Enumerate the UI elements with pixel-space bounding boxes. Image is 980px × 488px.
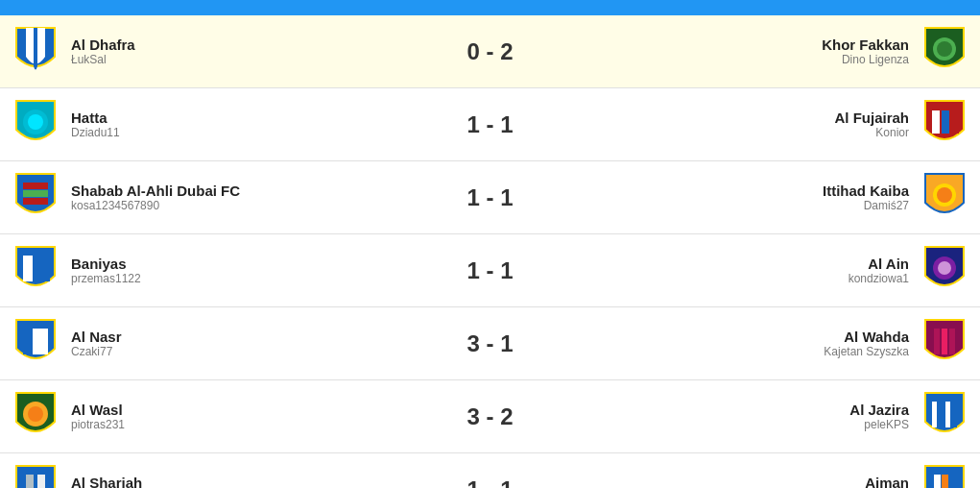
home-badge-4 <box>12 315 60 372</box>
away-team-user-0: Dino Ligenza <box>822 53 909 66</box>
svg-rect-6 <box>951 110 959 134</box>
match-row: Baniyas przemas1122 1 - 1 Al Ain kondzio… <box>0 234 980 307</box>
match-row: Al Sharjah daroo933 1 - 1 Ajman KiZiiii <box>0 453 980 488</box>
svg-point-15 <box>938 261 951 275</box>
away-team-info-6: Ajman KiZiiii <box>865 475 909 488</box>
home-team-user-0: ŁukSal <box>71 53 135 66</box>
home-team-name-5: Al Wasl <box>71 402 125 418</box>
home-badge-0 <box>12 23 60 80</box>
home-team-user-2: kosa1234567890 <box>71 199 240 212</box>
away-team-info-4: Al Wahda Kajetan Szyszka <box>824 329 909 358</box>
home-side-2: Shabab Al-Ahli Dubai FC kosa1234567890 <box>12 169 376 226</box>
page-container: Al Dhafra ŁukSal 0 - 2 Khor Fakkan Dino … <box>0 0 980 488</box>
away-side-5: Al Jazira peleKPS <box>604 388 968 445</box>
away-team-info-2: Ittihad Kaiba Damiś27 <box>823 183 909 212</box>
svg-point-11 <box>937 187 952 203</box>
svg-rect-26 <box>952 402 957 427</box>
svg-rect-19 <box>942 329 947 354</box>
svg-rect-30 <box>942 475 948 488</box>
away-badge-0 <box>920 23 968 80</box>
home-team-info-1: Hatta Dziadu11 <box>71 110 120 139</box>
svg-rect-18 <box>934 329 940 354</box>
home-badge-5 <box>12 388 60 445</box>
home-team-info-3: Baniyas przemas1122 <box>71 256 141 285</box>
match-score-0: 0 - 2 <box>376 38 604 65</box>
home-team-user-4: Czaki77 <box>71 345 122 358</box>
away-team-name-2: Ittihad Kaiba <box>823 183 909 199</box>
away-team-user-4: Kajetan Szyszka <box>824 345 909 358</box>
home-badge-3 <box>12 242 60 299</box>
home-side-0: Al Dhafra ŁukSal <box>12 23 376 80</box>
away-team-name-0: Khor Fakkan <box>822 37 909 53</box>
home-badge-1 <box>12 96 60 153</box>
match-row: Shabab Al-Ahli Dubai FC kosa1234567890 1… <box>0 161 980 234</box>
svg-rect-5 <box>942 110 949 134</box>
home-team-info-4: Al Nasr Czaki77 <box>71 329 122 358</box>
home-side-5: Al Wasl piotras231 <box>12 388 376 445</box>
svg-rect-13 <box>40 256 50 281</box>
home-team-user-5: piotras231 <box>71 418 125 431</box>
home-side-4: Al Nasr Czaki77 <box>12 315 376 372</box>
home-team-info-5: Al Wasl piotras231 <box>71 402 125 431</box>
svg-rect-25 <box>945 402 950 427</box>
home-team-name-3: Baniyas <box>71 256 141 272</box>
svg-rect-7 <box>23 183 48 189</box>
svg-rect-23 <box>932 402 937 427</box>
match-row: Al Nasr Czaki77 3 - 1 Al Wahda Kajetan S… <box>0 307 980 380</box>
svg-rect-27 <box>26 475 34 488</box>
svg-rect-4 <box>932 110 940 134</box>
away-team-info-1: Al Fujairah Konior <box>834 110 909 139</box>
svg-rect-24 <box>939 402 944 427</box>
away-team-name-4: Al Wahda <box>824 329 909 345</box>
away-team-info-5: Al Jazira peleKPS <box>849 402 909 431</box>
home-team-info-2: Shabab Al-Ahli Dubai FC kosa1234567890 <box>71 183 240 212</box>
home-team-name-6: Al Sharjah <box>71 475 142 488</box>
svg-rect-31 <box>949 475 956 488</box>
match-row: Al Dhafra ŁukSal 0 - 2 Khor Fakkan Dino … <box>0 15 980 88</box>
svg-rect-9 <box>23 198 48 205</box>
svg-point-3 <box>28 114 43 130</box>
home-badge-2 <box>12 169 60 226</box>
svg-point-22 <box>28 406 43 422</box>
away-team-name-3: Al Ain <box>849 256 909 272</box>
home-badge-6 <box>12 461 60 488</box>
svg-rect-29 <box>934 475 941 488</box>
home-team-user-1: Dziadu11 <box>71 126 120 139</box>
match-row: Hatta Dziadu11 1 - 1 Al Fujairah Konior <box>0 88 980 161</box>
away-team-name-5: Al Jazira <box>849 402 909 418</box>
away-badge-2 <box>920 169 968 226</box>
away-team-name-1: Al Fujairah <box>834 110 909 126</box>
home-team-info-0: Al Dhafra ŁukSal <box>71 37 135 66</box>
match-score-6: 1 - 1 <box>376 476 604 489</box>
away-team-user-1: Konior <box>834 126 909 139</box>
away-team-name-6: Ajman <box>865 475 909 488</box>
away-team-info-0: Khor Fakkan Dino Ligenza <box>822 37 909 66</box>
match-score-2: 1 - 1 <box>376 184 604 211</box>
away-side-4: Al Wahda Kajetan Szyszka <box>604 315 968 372</box>
away-badge-5 <box>920 388 968 445</box>
home-team-name-4: Al Nasr <box>71 329 122 345</box>
svg-rect-12 <box>23 256 33 281</box>
away-side-0: Khor Fakkan Dino Ligenza <box>604 23 968 80</box>
away-team-info-3: Al Ain kondziowa1 <box>849 256 909 285</box>
match-score-4: 3 - 1 <box>376 330 604 357</box>
away-side-6: Ajman KiZiiii <box>604 461 968 488</box>
away-side-3: Al Ain kondziowa1 <box>604 242 968 299</box>
home-team-user-3: przemas1122 <box>71 272 141 285</box>
away-badge-3 <box>920 242 968 299</box>
away-badge-6 <box>920 461 968 488</box>
header <box>0 0 980 15</box>
svg-rect-17 <box>23 329 33 354</box>
away-side-2: Ittihad Kaiba Damiś27 <box>604 169 968 226</box>
away-team-user-2: Damiś27 <box>823 199 909 212</box>
home-side-3: Baniyas przemas1122 <box>12 242 376 299</box>
svg-rect-28 <box>37 475 45 488</box>
away-badge-4 <box>920 315 968 372</box>
home-team-info-6: Al Sharjah daroo933 <box>71 475 142 488</box>
away-team-user-3: kondziowa1 <box>849 272 909 285</box>
svg-rect-20 <box>949 329 955 354</box>
matches-list: Al Dhafra ŁukSal 0 - 2 Khor Fakkan Dino … <box>0 15 980 488</box>
home-team-name-2: Shabab Al-Ahli Dubai FC <box>71 183 240 199</box>
home-team-name-0: Al Dhafra <box>71 37 135 53</box>
match-row: Al Wasl piotras231 3 - 2 Al Jazira peleK… <box>0 380 980 453</box>
